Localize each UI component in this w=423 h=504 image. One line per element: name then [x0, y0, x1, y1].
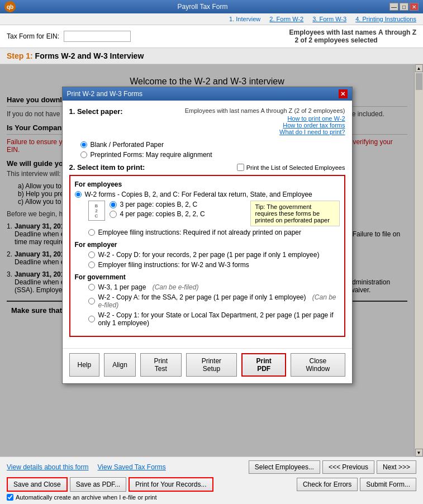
view-saved-link[interactable]: View Saved Tax Forms: [98, 463, 166, 471]
paper-option-2-radio[interactable]: [80, 151, 87, 158]
print-modal: Print W-2 and W-3 Forms ✕ 1. Select pape…: [62, 87, 353, 384]
w2-copy-1-row: W-2 - Copy 1: for your State or Local Ta…: [88, 311, 340, 327]
print-records-button[interactable]: Print for Your Records...: [129, 477, 213, 492]
modal-overlay: Print W-2 and W-3 Forms ✕ 1. Select pape…: [0, 64, 414, 457]
employer-filing-radio[interactable]: [88, 261, 95, 268]
nav-step-3[interactable]: 3. Form W-3: [312, 16, 346, 22]
w2-copy-1-radio[interactable]: [88, 316, 95, 322]
ein-right: Employees with last names A through Z 2 …: [289, 28, 416, 44]
scrollbar[interactable]: ▲ ▼: [414, 64, 423, 457]
ein-left: Tax Form for EIN:: [7, 31, 131, 42]
employer-filing-label: Employer filing instructions: for W-2 an…: [98, 261, 249, 269]
w3-label: W-3, 1 per page (Can be e-filed): [98, 283, 199, 291]
modal-top-left: 1. Select paper:: [69, 107, 123, 135]
w2-icon-c: C: [95, 213, 98, 218]
bottom-bar: View details about this form View Saved …: [0, 457, 423, 504]
modal-link-1[interactable]: How to print one W-2: [185, 115, 345, 122]
w2-copy-d-label: W-2 - Copy D: for your records, 2 per pa…: [98, 251, 320, 259]
employer-group: W-2 - Copy D: for your records, 2 per pa…: [75, 251, 340, 269]
bottom-right-btns: Select Employees... <<< Previous Next >>…: [249, 460, 416, 474]
save-pdf-button[interactable]: Save as PDF...: [70, 477, 126, 492]
maximize-button[interactable]: □: [400, 3, 408, 11]
nav-step-4[interactable]: 4. Printing Instructions: [355, 16, 416, 22]
w2-forms-radio-row: W-2 forms - Copies B, 2, and C: For Fede…: [75, 191, 340, 198]
print-list-checkbox[interactable]: [237, 164, 244, 171]
ein-input[interactable]: [64, 31, 131, 42]
w2-copies-row: B 2 C 3 per page: copies B, 2, C: [88, 201, 340, 226]
archive-checkbox[interactable]: [7, 494, 13, 501]
w2-forms-label: W-2 forms - Copies B, 2, and C: For Fede…: [85, 191, 312, 198]
print-list-check: Print the List of Selected Employees: [237, 164, 345, 171]
modal-body: 1. Select paper: Employees with last nam…: [63, 101, 352, 348]
w2-icon-b: B: [95, 203, 98, 208]
paper-option-1-row: Blank / Perforated Paper: [80, 141, 345, 149]
next-button[interactable]: Next >>>: [377, 460, 416, 474]
bottom-links: View details about this form View Saved …: [7, 463, 166, 471]
check-errors-button[interactable]: Check for Errors: [297, 478, 358, 491]
close-window-button[interactable]: Close Window: [291, 353, 345, 377]
help-button[interactable]: Help: [69, 353, 100, 377]
previous-button[interactable]: <<< Previous: [322, 460, 374, 474]
save-close-button[interactable]: Save and Close: [7, 477, 68, 492]
copies-3per-row: 3 per page: copies B, 2, C: [110, 201, 205, 208]
minimize-button[interactable]: —: [389, 3, 398, 11]
w2-forms-radio[interactable]: [75, 191, 82, 198]
paper-option-2-label: Preprinted Forms: May require alignment: [91, 151, 212, 159]
paper-option-1-radio[interactable]: [80, 141, 87, 148]
copies-4per-radio[interactable]: [110, 211, 117, 218]
print-options-box: For employees W-2 forms - Copies B, 2, a…: [69, 175, 345, 337]
copies-4per-label: 4 per page: copies B, 2, 2, C: [120, 210, 205, 218]
tip-box: Tip: The government requires these forms…: [250, 201, 340, 226]
select-item-title: 2. Select item to print:: [69, 163, 145, 172]
for-employer-label: For employer: [75, 241, 340, 249]
align-button[interactable]: Align: [104, 353, 136, 377]
modal-top-row: 1. Select paper: Employees with last nam…: [69, 107, 345, 135]
w3-radio[interactable]: [88, 284, 95, 291]
scroll-down[interactable]: ▼: [415, 449, 423, 457]
window-title: Payroll Tax Form: [16, 3, 389, 11]
for-employees-label: For employees: [75, 180, 340, 188]
employee-filing-row: Employee filing instructions: Required i…: [88, 229, 340, 236]
modal-close-button[interactable]: ✕: [339, 89, 348, 98]
employee-filing-label: Employee filing instructions: Required i…: [98, 229, 302, 236]
w2-copy-d-radio[interactable]: [88, 251, 95, 258]
scroll-up[interactable]: ▲: [415, 64, 423, 72]
w2-copy-a-radio[interactable]: [88, 298, 95, 305]
paper-options: Blank / Perforated Paper Preprinted Form…: [80, 141, 345, 159]
submit-form-button[interactable]: Submit Form...: [360, 478, 416, 491]
ein-label: Tax Form for EIN:: [7, 32, 59, 40]
title-bar: qb Payroll Tax Form — □ ✕: [0, 0, 423, 13]
modal-link-3[interactable]: What do I need to print?: [185, 129, 345, 135]
bottom-bar-top: View details about this form View Saved …: [7, 460, 416, 474]
view-details-link[interactable]: View details about this form: [7, 463, 89, 471]
modal-link-2[interactable]: How to order tax forms: [185, 122, 345, 129]
select-paper-label: 1. Select paper:: [69, 107, 123, 116]
step-header: Step 1: Forms W-2 and W-3 Interview: [0, 48, 423, 64]
scroll-thumb[interactable]: [416, 73, 422, 90]
printer-setup-button[interactable]: Printer Setup: [186, 353, 237, 377]
w2-forms-group: W-2 forms - Copies B, 2, and C: For Fede…: [75, 191, 340, 236]
w3-efiled: (Can be e-filed): [153, 283, 199, 291]
copies-4per-row: 4 per page: copies B, 2, 2, C: [110, 210, 205, 218]
left-btn-group: Save and Close Save as PDF... Print for …: [7, 477, 213, 492]
through-label: through: [385, 28, 410, 36]
step-number: Step 1:: [7, 51, 33, 60]
close-button[interactable]: ✕: [410, 3, 419, 11]
print-test-button[interactable]: Print Test: [140, 353, 182, 377]
select-employees-button[interactable]: Select Employees...: [249, 460, 320, 474]
total: 2: [308, 36, 312, 44]
w2-copy-1-label: W-2 - Copy 1: for your State or Local Ta…: [98, 311, 340, 327]
w2-copy-d-row: W-2 - Copy D: for your records, 2 per pa…: [88, 251, 340, 259]
paper-option-1-label: Blank / Perforated Paper: [91, 141, 164, 149]
copies-group: 3 per page: copies B, 2, C 4 per page: c…: [110, 201, 205, 218]
app-icon: qb: [4, 1, 16, 12]
nav-step-2[interactable]: 2. Form W-2: [269, 16, 303, 22]
modal-subtitle: Employees with last names A through Z (2…: [185, 107, 345, 114]
government-group: W-3, 1 per page (Can be e-filed) W-2 - C…: [75, 283, 340, 327]
for-government-label: For government: [75, 273, 340, 281]
w2-copy-a-label: W-2 - Copy A: for the SSA, 2 per page (1…: [98, 293, 340, 309]
employee-filing-radio[interactable]: [88, 229, 95, 236]
copies-3per-radio[interactable]: [110, 201, 117, 208]
print-pdf-button[interactable]: Print PDF: [241, 353, 286, 377]
nav-step-1[interactable]: 1. Interview: [229, 16, 260, 22]
